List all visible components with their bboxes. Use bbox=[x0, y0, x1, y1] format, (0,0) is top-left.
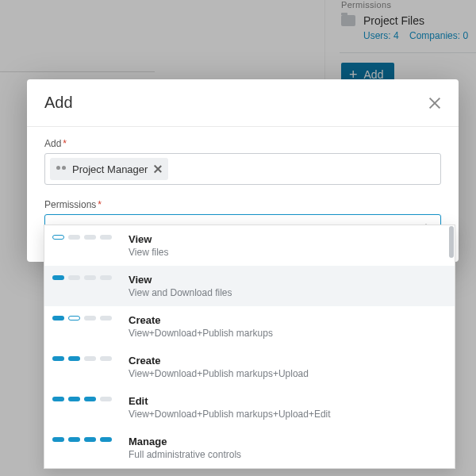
permission-option-title: Create bbox=[129, 314, 273, 326]
permission-option-title: View bbox=[129, 233, 168, 245]
permission-option-desc: View+Download+Publish markups bbox=[129, 328, 273, 339]
permission-option-title: Create bbox=[129, 355, 309, 367]
permission-option-title: Edit bbox=[129, 395, 331, 407]
permission-level-indicator bbox=[52, 436, 117, 460]
level-pill bbox=[52, 397, 64, 401]
required-marker: * bbox=[63, 138, 67, 149]
permission-dropdown[interactable]: ViewView filesViewView and Download file… bbox=[44, 225, 455, 469]
modal-title: Add bbox=[44, 94, 73, 112]
level-pill bbox=[68, 235, 80, 240]
permission-option[interactable]: ViewView and Download files bbox=[44, 266, 455, 306]
permissions-field-label-text: Permissions bbox=[44, 199, 96, 210]
permission-option-text: CreateView+Download+Publish markups+Uplo… bbox=[129, 355, 309, 379]
level-pill bbox=[84, 235, 96, 240]
permission-option[interactable]: ManageFull administrative controls bbox=[44, 428, 455, 468]
level-pill bbox=[84, 356, 96, 361]
permission-option-title: Manage bbox=[129, 436, 241, 447]
role-chip-label: Project Manager bbox=[72, 163, 148, 175]
permission-level-indicator bbox=[52, 355, 117, 379]
permission-option-text: EditView+Download+Publish markups+Upload… bbox=[129, 395, 331, 420]
permission-option-text: CreateView+Download+Publish markups bbox=[129, 314, 273, 339]
level-pill bbox=[100, 397, 112, 401]
permission-option-text: ViewView files bbox=[129, 233, 168, 258]
close-icon[interactable] bbox=[428, 97, 441, 109]
level-pill bbox=[68, 437, 80, 442]
scrollbar-thumb[interactable] bbox=[449, 226, 454, 258]
permission-level-indicator bbox=[52, 274, 117, 298]
level-pill bbox=[100, 356, 112, 361]
permission-option[interactable]: ViewView files bbox=[44, 225, 455, 266]
level-pill bbox=[52, 356, 64, 361]
level-pill bbox=[68, 275, 80, 280]
level-pill bbox=[52, 235, 64, 240]
level-pill bbox=[84, 316, 96, 321]
add-role-input[interactable]: Project Manager bbox=[44, 153, 441, 185]
level-pill bbox=[100, 316, 112, 321]
permissions-field-label: Permissions* bbox=[44, 199, 441, 210]
level-pill bbox=[84, 437, 96, 442]
level-pill bbox=[68, 356, 80, 361]
permission-option[interactable]: CreateView+Download+Publish markups bbox=[44, 306, 455, 347]
add-field-label-text: Add bbox=[44, 138, 61, 149]
permission-level-indicator bbox=[52, 314, 117, 339]
permission-option-desc: View and Download files bbox=[129, 287, 232, 298]
role-chip: Project Manager bbox=[50, 158, 168, 180]
permission-option-desc: View+Download+Publish markups+Upload bbox=[129, 368, 309, 379]
modal-header: Add bbox=[27, 79, 459, 127]
level-pill bbox=[68, 397, 80, 401]
group-icon bbox=[56, 166, 66, 172]
level-pill bbox=[84, 275, 96, 280]
permission-option-title: View bbox=[129, 274, 232, 286]
level-pill bbox=[52, 437, 64, 442]
permission-option-desc: View files bbox=[129, 247, 168, 258]
permission-option-desc: View+Download+Publish markups+Upload+Edi… bbox=[129, 409, 331, 420]
permission-option-desc: Full administrative controls bbox=[129, 449, 241, 460]
permission-option-text: ViewView and Download files bbox=[129, 274, 232, 298]
level-pill bbox=[52, 275, 64, 280]
level-pill bbox=[84, 397, 96, 401]
permission-level-indicator bbox=[52, 395, 117, 420]
level-pill bbox=[100, 235, 112, 240]
level-pill bbox=[100, 437, 112, 442]
required-marker: * bbox=[98, 199, 102, 210]
add-field-label: Add* bbox=[44, 138, 441, 149]
level-pill bbox=[52, 316, 64, 321]
level-pill bbox=[100, 275, 112, 280]
remove-chip-icon[interactable] bbox=[154, 165, 162, 173]
level-pill bbox=[68, 316, 80, 321]
permission-option[interactable]: EditView+Download+Publish markups+Upload… bbox=[44, 387, 455, 428]
permission-level-indicator bbox=[52, 233, 117, 258]
permission-option[interactable]: CreateView+Download+Publish markups+Uplo… bbox=[44, 347, 455, 387]
permission-option-text: ManageFull administrative controls bbox=[129, 436, 241, 460]
